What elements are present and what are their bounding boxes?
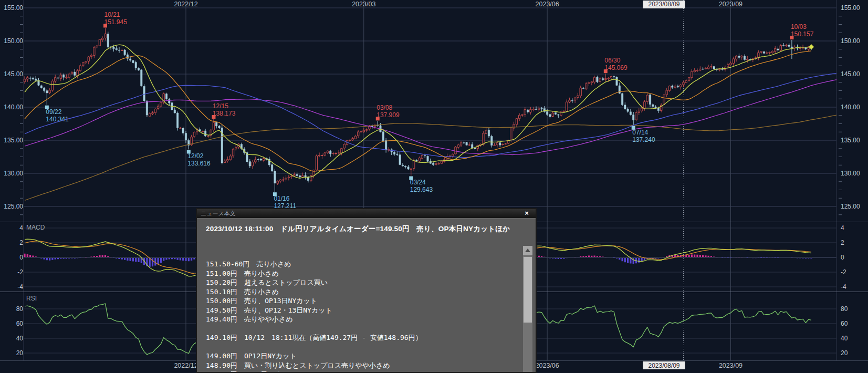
- svg-text:2023/06: 2023/06: [536, 362, 559, 369]
- svg-text:145.069: 145.069: [604, 64, 628, 71]
- news-scrollbar[interactable]: [523, 246, 532, 372]
- svg-text:155.00: 155.00: [841, 4, 860, 12]
- news-line: 149.40円 売りやや小さめ: [206, 315, 517, 324]
- svg-text:2023/09: 2023/09: [719, 1, 742, 8]
- news-line: 151.50-60円 売り小さめ: [206, 260, 517, 269]
- news-line: 149.10円 10/12 18:11現在（高値149.27円 - 安値148.…: [206, 333, 517, 343]
- svg-text:06/30: 06/30: [604, 57, 620, 64]
- svg-text:-2: -2: [17, 268, 23, 276]
- news-line: [206, 324, 517, 334]
- svg-text:2023/08/09: 2023/08/09: [648, 1, 679, 8]
- news-line: 148.00円 OP12日NYカット: [206, 370, 517, 373]
- svg-text:20: 20: [16, 349, 24, 357]
- news-line: 148.90円 買い・割り込むとストップロス売りやや小さめ: [206, 361, 517, 370]
- svg-text:135.00: 135.00: [4, 137, 23, 144]
- svg-text:2023/03: 2023/03: [352, 1, 375, 8]
- news-line: [206, 343, 517, 352]
- svg-text:151.945: 151.945: [104, 18, 128, 26]
- svg-text:2023/06: 2023/06: [536, 1, 559, 8]
- svg-text:140.00: 140.00: [841, 103, 860, 111]
- svg-text:40: 40: [16, 335, 24, 342]
- svg-text:10/03: 10/03: [791, 23, 807, 30]
- svg-text:145.00: 145.00: [841, 70, 860, 78]
- news-scrollbar-thumb[interactable]: [524, 257, 532, 323]
- svg-text:125.00: 125.00: [4, 203, 23, 210]
- svg-text:4: 4: [19, 224, 23, 232]
- news-line: 150.20円 超えるとストップロス買い: [206, 278, 517, 287]
- news-line: 151.00円 売り小さめ: [206, 269, 517, 278]
- svg-text:RSI: RSI: [26, 295, 37, 302]
- svg-text:2: 2: [19, 239, 23, 246]
- svg-text:125.00: 125.00: [841, 203, 860, 210]
- svg-text:20: 20: [841, 349, 848, 357]
- news-line: 149.00円 OP12日NYカット: [206, 351, 517, 361]
- svg-text:01/16: 01/16: [274, 195, 289, 202]
- svg-text:150.00: 150.00: [4, 37, 23, 45]
- svg-text:-4: -4: [17, 283, 23, 291]
- svg-text:140.341: 140.341: [46, 116, 69, 123]
- svg-text:155.00: 155.00: [4, 4, 23, 12]
- svg-text:09/22: 09/22: [46, 108, 61, 116]
- svg-text:0: 0: [19, 254, 23, 261]
- news-body: 151.50-60円 売り小さめ151.00円 売り小さめ150.20円 超える…: [206, 260, 517, 373]
- svg-text:12/15: 12/15: [213, 102, 228, 110]
- svg-text:137.909: 137.909: [377, 111, 400, 119]
- svg-text:60: 60: [16, 320, 24, 327]
- svg-text:80: 80: [841, 305, 848, 313]
- news-line: 149.50円 売り、OP12・13日NYカット: [206, 306, 517, 315]
- svg-text:03/08: 03/08: [377, 104, 392, 111]
- svg-text:60: 60: [841, 320, 848, 327]
- svg-text:0: 0: [841, 254, 844, 261]
- svg-text:130.00: 130.00: [841, 170, 860, 177]
- svg-text:10/21: 10/21: [104, 11, 120, 18]
- svg-text:40: 40: [841, 335, 848, 342]
- svg-text:145.00: 145.00: [4, 70, 23, 78]
- close-icon[interactable]: ×: [522, 209, 531, 217]
- svg-text:12/02: 12/02: [187, 152, 203, 160]
- svg-text:-2: -2: [841, 268, 846, 276]
- svg-text:80: 80: [16, 305, 24, 313]
- scroll-up-arrow-icon[interactable]: [523, 246, 532, 255]
- svg-text:140.00: 140.00: [4, 103, 23, 111]
- news-line: 150.10円 売り小さめ: [206, 287, 517, 297]
- svg-text:4: 4: [841, 224, 844, 232]
- trading-app-window: 09/22140.34110/21151.94512/02133.61612/1…: [0, 0, 868, 373]
- svg-text:-4: -4: [841, 283, 846, 291]
- news-dialog: ニュース本文 × 2023/10/12 18:11:00 ドル円リアルタイムオー…: [196, 208, 537, 373]
- svg-text:03/24: 03/24: [410, 179, 426, 186]
- svg-text:2023/09: 2023/09: [719, 362, 742, 369]
- news-headline: 2023/10/12 18:11:00 ドル円リアルタイムオーダー=149.50…: [206, 224, 517, 234]
- svg-text:133.616: 133.616: [187, 160, 211, 167]
- svg-text:137.240: 137.240: [632, 136, 655, 143]
- svg-text:2: 2: [841, 239, 844, 246]
- svg-text:138.173: 138.173: [213, 110, 236, 117]
- svg-text:129.643: 129.643: [410, 186, 433, 193]
- svg-text:2023/08/09: 2023/08/09: [648, 362, 679, 369]
- svg-text:MACD: MACD: [26, 224, 45, 231]
- svg-text:150.00: 150.00: [841, 37, 860, 45]
- news-dialog-title: ニュース本文: [201, 210, 236, 216]
- svg-text:135.00: 135.00: [841, 137, 860, 144]
- news-dialog-titlebar[interactable]: ニュース本文 ×: [197, 209, 536, 219]
- svg-text:150.157: 150.157: [791, 30, 814, 38]
- svg-text:07/14: 07/14: [632, 129, 648, 136]
- news-line: 150.00円 売り、OP13日NYカット: [206, 296, 517, 306]
- svg-text:2022/12: 2022/12: [174, 362, 197, 369]
- svg-text:2022/12: 2022/12: [174, 1, 197, 8]
- svg-text:130.00: 130.00: [4, 170, 23, 177]
